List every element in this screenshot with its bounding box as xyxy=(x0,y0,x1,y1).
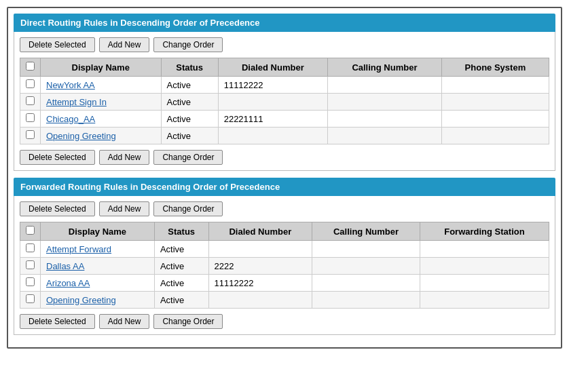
row-checkbox[interactable] xyxy=(26,277,35,286)
forwarded-bottom-toolbar: Delete Selected Add New Change Order xyxy=(20,314,549,329)
row-checkbox-cell xyxy=(20,77,41,94)
row-display-name: Attempt Forward xyxy=(41,241,155,258)
forwarded-header-dialed-number: Dialed Number xyxy=(208,222,312,241)
row-calling-number xyxy=(312,275,420,292)
forwarded-header-status: Status xyxy=(154,222,208,241)
forwarded-header-checkbox-col xyxy=(20,222,41,241)
row-status: Active xyxy=(154,275,208,292)
row-forwarding-station xyxy=(420,275,549,292)
row-status: Active xyxy=(154,241,208,258)
row-checkbox-cell xyxy=(20,275,41,292)
row-checkbox[interactable] xyxy=(26,260,35,269)
row-dialed-number xyxy=(218,94,327,111)
row-status: Active xyxy=(161,128,218,144)
direct-select-all-checkbox[interactable] xyxy=(26,62,35,71)
row-display-name: Attempt Sign In xyxy=(41,94,162,111)
direct-header-dialed-number: Dialed Number xyxy=(218,58,327,77)
row-phone-system xyxy=(441,94,549,111)
row-checkbox[interactable] xyxy=(26,294,35,303)
row-display-name: Chicago_AA xyxy=(41,111,162,128)
forwarded-routing-header: Forwarded Routing Rules in Descending Or… xyxy=(14,178,555,196)
direct-change-order-top-button[interactable]: Change Order xyxy=(153,37,223,52)
forwarded-routing-body: Delete Selected Add New Change Order Dis… xyxy=(14,196,555,335)
row-dialed-number: 11112222 xyxy=(208,275,312,292)
row-dialed-number xyxy=(208,292,312,309)
rule-name-link[interactable]: Arizona AA xyxy=(46,278,90,288)
rule-name-link[interactable]: Opening Greeting xyxy=(46,131,116,141)
row-checkbox[interactable] xyxy=(26,113,35,122)
row-display-name: Dallas AA xyxy=(41,258,155,275)
table-row: Arizona AA Active 11112222 xyxy=(20,275,549,292)
row-checkbox-cell xyxy=(20,292,41,309)
rule-name-link[interactable]: NewYork AA xyxy=(46,80,95,90)
row-calling-number xyxy=(328,128,442,144)
row-dialed-number: 11112222 xyxy=(218,77,327,94)
direct-add-top-button[interactable]: Add New xyxy=(99,37,150,52)
direct-table-body: NewYork AA Active 11112222 Attempt Sign … xyxy=(20,77,549,144)
row-checkbox[interactable] xyxy=(26,96,35,105)
direct-add-bottom-button[interactable]: Add New xyxy=(99,150,150,165)
row-display-name: Arizona AA xyxy=(41,275,155,292)
rule-name-link[interactable]: Attempt Sign In xyxy=(46,97,107,107)
row-status: Active xyxy=(161,77,218,94)
direct-delete-top-button[interactable]: Delete Selected xyxy=(20,37,95,52)
table-row: NewYork AA Active 11112222 xyxy=(20,77,549,94)
direct-delete-bottom-button[interactable]: Delete Selected xyxy=(20,150,95,165)
forwarded-select-all-checkbox[interactable] xyxy=(26,226,35,235)
direct-header-phone-system: Phone System xyxy=(441,58,549,77)
forwarded-header-display-name: Display Name xyxy=(41,222,155,241)
direct-header-status: Status xyxy=(161,58,218,77)
row-checkbox-cell xyxy=(20,94,41,111)
direct-routing-header: Direct Routing Rules in Descending Order… xyxy=(14,14,555,32)
row-dialed-number xyxy=(208,241,312,258)
forwarded-routing-section: Forwarded Routing Rules in Descending Or… xyxy=(14,178,555,335)
row-forwarding-station xyxy=(420,258,549,275)
table-row: Opening Greeting Active xyxy=(20,128,549,144)
row-calling-number xyxy=(328,111,442,128)
forwarded-header-calling-number: Calling Number xyxy=(312,222,420,241)
row-checkbox-cell xyxy=(20,241,41,258)
row-display-name: NewYork AA xyxy=(41,77,162,94)
direct-bottom-toolbar: Delete Selected Add New Change Order xyxy=(20,150,549,165)
direct-routing-body: Delete Selected Add New Change Order Dis… xyxy=(14,32,555,171)
row-display-name: Opening Greeting xyxy=(41,128,162,144)
direct-change-order-bottom-button[interactable]: Change Order xyxy=(153,150,223,165)
row-checkbox-cell xyxy=(20,128,41,144)
row-checkbox[interactable] xyxy=(26,243,35,252)
row-checkbox[interactable] xyxy=(26,79,35,88)
row-calling-number xyxy=(312,241,420,258)
forwarded-change-order-bottom-button[interactable]: Change Order xyxy=(153,314,223,329)
row-status: Active xyxy=(161,94,218,111)
row-status: Active xyxy=(154,258,208,275)
rule-name-link[interactable]: Attempt Forward xyxy=(46,244,111,254)
direct-routing-table: Display Name Status Dialed Number Callin… xyxy=(20,58,549,144)
forwarded-change-order-top-button[interactable]: Change Order xyxy=(153,201,223,216)
row-checkbox[interactable] xyxy=(26,130,35,139)
forwarded-routing-title: Forwarded Routing Rules in Descending Or… xyxy=(20,182,280,192)
main-container: Direct Routing Rules in Descending Order… xyxy=(7,7,562,349)
row-calling-number xyxy=(312,258,420,275)
forwarded-top-toolbar: Delete Selected Add New Change Order xyxy=(20,201,549,216)
row-phone-system xyxy=(441,77,549,94)
forwarded-routing-table: Display Name Status Dialed Number Callin… xyxy=(20,222,549,309)
table-row: Attempt Sign In Active xyxy=(20,94,549,111)
direct-header-calling-number: Calling Number xyxy=(328,58,442,77)
row-dialed-number: 22221111 xyxy=(218,111,327,128)
direct-routing-section: Direct Routing Rules in Descending Order… xyxy=(14,14,555,171)
row-calling-number xyxy=(312,292,420,309)
direct-header-display-name: Display Name xyxy=(41,58,162,77)
forwarded-table-body: Attempt Forward Active Dallas AA Active … xyxy=(20,241,549,309)
row-phone-system xyxy=(441,128,549,144)
forwarded-add-bottom-button[interactable]: Add New xyxy=(99,314,150,329)
forwarded-add-top-button[interactable]: Add New xyxy=(99,201,150,216)
rule-name-link[interactable]: Chicago_AA xyxy=(46,114,95,124)
direct-routing-title: Direct Routing Rules in Descending Order… xyxy=(20,18,260,28)
forwarded-delete-bottom-button[interactable]: Delete Selected xyxy=(20,314,95,329)
rule-name-link[interactable]: Opening Greeting xyxy=(46,295,116,305)
forwarded-header-forwarding-station: Forwarding Station xyxy=(420,222,549,241)
row-forwarding-station xyxy=(420,241,549,258)
table-row: Attempt Forward Active xyxy=(20,241,549,258)
rule-name-link[interactable]: Dallas AA xyxy=(46,261,84,271)
row-checkbox-cell xyxy=(20,258,41,275)
forwarded-delete-top-button[interactable]: Delete Selected xyxy=(20,201,95,216)
